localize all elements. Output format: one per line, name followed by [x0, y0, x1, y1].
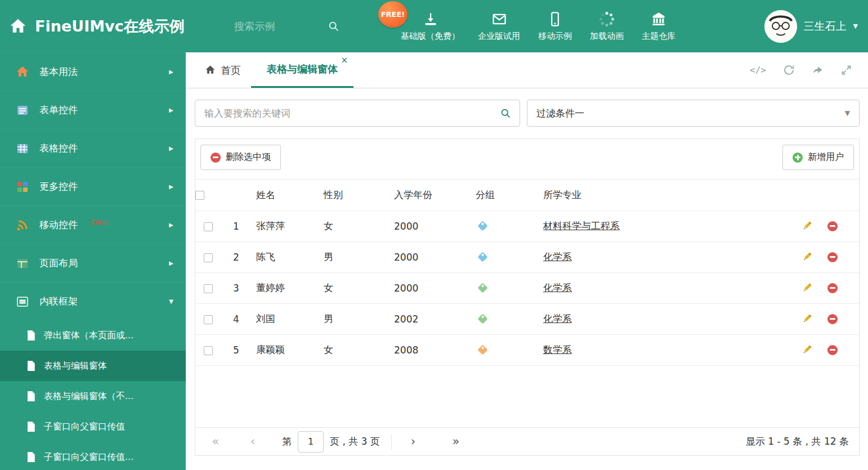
- header-search: [233, 20, 352, 33]
- pager-divider: [391, 434, 392, 450]
- share-icon[interactable]: [812, 64, 824, 76]
- row-index: 1: [221, 211, 252, 241]
- cell-year: 2000: [390, 272, 471, 303]
- tag-icon: [477, 314, 487, 324]
- sidebar-item-page-layout[interactable]: 页面布局 ▶: [0, 244, 186, 282]
- page-number-input[interactable]: [298, 431, 324, 453]
- cell-gender: 男: [319, 241, 390, 272]
- widgets-icon: [16, 180, 29, 194]
- sidebar-subitem-grid-edit-window[interactable]: 表格与编辑窗体: [0, 351, 186, 381]
- close-icon[interactable]: ×: [341, 55, 348, 65]
- file-icon: [26, 391, 36, 402]
- edit-icon[interactable]: [802, 344, 812, 355]
- table-header-row: 姓名 性别 入学年份 分组 所学专业: [195, 180, 859, 211]
- sidebar-subitem-popup-window[interactable]: 弹出窗体（本页面或...: [0, 320, 186, 351]
- row-checkbox[interactable]: [204, 346, 213, 355]
- edit-icon[interactable]: [802, 221, 812, 231]
- cell-name: 张萍萍: [252, 211, 319, 241]
- sidebar-item-label: 基本用法: [39, 65, 78, 78]
- sidebar-item-label: 表格控件: [39, 142, 78, 155]
- sidebar: 基本用法 ▶ 表单控件 ▶ 表格控件 ▶ 更多控件 ▶ 移动控件 Corp.: [0, 52, 186, 470]
- major-link[interactable]: 化学系: [543, 313, 572, 324]
- caret-right-icon: ▶: [169, 183, 173, 190]
- brand[interactable]: FineUIMvc在线示例: [0, 16, 217, 37]
- sidebar-subitem-grid-edit-window-2[interactable]: 表格与编辑窗体（不...: [0, 381, 186, 411]
- tab-grid-edit-window[interactable]: 表格与编辑窗体 ×: [251, 52, 354, 88]
- source-code-icon[interactable]: </>: [750, 65, 766, 75]
- record-summary: 显示 1 - 5 条 , 共 12 条: [746, 435, 849, 448]
- major-link[interactable]: 数学系: [543, 344, 572, 355]
- sidebar-item-basic-usage[interactable]: 基本用法 ▶: [0, 52, 186, 91]
- users-table: 姓名 性别 入学年份 分组 所学专业 1 张萍萍 女 2000 材料科学与工程系: [195, 180, 859, 366]
- refresh-icon[interactable]: [783, 64, 795, 76]
- sidebar-subitem-child-to-parent-2[interactable]: 子窗口向父窗口传值...: [0, 442, 186, 470]
- row-checkbox[interactable]: [204, 253, 213, 262]
- file-icon: [26, 330, 36, 341]
- column-header-index: [221, 180, 252, 211]
- sidebar-item-label: 表单控件: [39, 104, 78, 117]
- search-icon[interactable]: [500, 108, 512, 119]
- keyword-search-input[interactable]: [203, 107, 500, 119]
- row-checkbox[interactable]: [204, 284, 213, 293]
- delete-row-icon[interactable]: [827, 283, 838, 293]
- tab-home[interactable]: 首页: [195, 52, 251, 88]
- sidebar-item-inline-frame[interactable]: 内联框架 ▼: [0, 282, 186, 320]
- sidebar-item-label: 内联框架: [39, 295, 78, 308]
- cell-year: 2008: [390, 334, 471, 365]
- sidebar-item-label: 更多控件: [39, 180, 78, 193]
- sidebar-subitem-label: 表格与编辑窗体: [44, 360, 107, 372]
- nav-basic-free[interactable]: FREE! 基础版（免费）: [392, 0, 469, 52]
- user-name: 三生石上: [804, 19, 847, 34]
- sidebar-subitem-child-to-parent[interactable]: 子窗口向父窗口传值: [0, 411, 186, 442]
- corp-badge: Corp.: [91, 218, 109, 226]
- edit-icon[interactable]: [802, 252, 812, 262]
- sidebar-item-grid-controls[interactable]: 表格控件 ▶: [0, 129, 186, 167]
- expand-icon[interactable]: [840, 64, 852, 76]
- home-icon: [205, 65, 216, 75]
- nav-loading-animation[interactable]: 加载动画: [581, 0, 633, 52]
- cell-name: 董婷婷: [252, 272, 319, 303]
- nav-label: 移动示例: [538, 31, 572, 42]
- add-user-button[interactable]: 新增用户: [782, 145, 854, 170]
- nav-mobile-demo[interactable]: 移动示例: [529, 0, 581, 52]
- cell-gender: 男: [319, 303, 390, 334]
- sidebar-item-form-controls[interactable]: 表单控件 ▶: [0, 91, 186, 129]
- delete-row-icon[interactable]: [827, 345, 838, 355]
- select-all-checkbox[interactable]: [195, 191, 204, 200]
- delete-row-icon[interactable]: [827, 252, 838, 262]
- user-menu[interactable]: 三生石上 ▼: [764, 10, 868, 43]
- nav-theme-store[interactable]: 主题仓库: [633, 0, 684, 52]
- sidebar-subitem-label: 子窗口向父窗口传值: [44, 421, 125, 433]
- header-search-input[interactable]: [233, 20, 322, 33]
- edit-icon[interactable]: [802, 283, 812, 293]
- caret-down-icon: ▼: [169, 298, 173, 305]
- major-link[interactable]: 化学系: [543, 251, 572, 262]
- major-link[interactable]: 化学系: [543, 282, 572, 293]
- column-header-group: 分组: [471, 180, 539, 211]
- nav-enterprise-trial[interactable]: 企业版试用: [469, 0, 529, 52]
- sidebar-item-more-controls[interactable]: 更多控件 ▶: [0, 167, 186, 205]
- delete-selected-button[interactable]: 删除选中项: [200, 145, 281, 170]
- search-icon[interactable]: [328, 20, 340, 33]
- column-header-major: 所学专业: [539, 180, 796, 211]
- layout-icon: [16, 257, 29, 270]
- filter-select[interactable]: 过滤条件一 ▼: [527, 100, 860, 127]
- cell-year: 2002: [390, 303, 471, 334]
- file-icon: [26, 360, 36, 371]
- major-link[interactable]: 材料科学与工程系: [543, 220, 620, 231]
- row-index: 5: [221, 334, 252, 365]
- delete-row-icon[interactable]: [827, 221, 838, 231]
- edit-icon[interactable]: [802, 314, 812, 324]
- last-page-icon[interactable]: »: [446, 436, 466, 447]
- first-page-icon[interactable]: «: [205, 436, 226, 447]
- prev-page-icon[interactable]: ‹: [243, 436, 263, 447]
- next-page-icon[interactable]: ›: [403, 436, 423, 447]
- delete-row-icon[interactable]: [827, 314, 838, 324]
- tag-icon: [477, 283, 487, 293]
- main-content: 首页 表格与编辑窗体 × </>: [186, 52, 868, 470]
- file-icon: [26, 451, 36, 463]
- row-checkbox[interactable]: [204, 222, 213, 231]
- row-checkbox[interactable]: [204, 315, 213, 324]
- sidebar-item-mobile-controls[interactable]: 移动控件 Corp. ▶: [0, 205, 186, 244]
- bank-icon: [651, 11, 666, 27]
